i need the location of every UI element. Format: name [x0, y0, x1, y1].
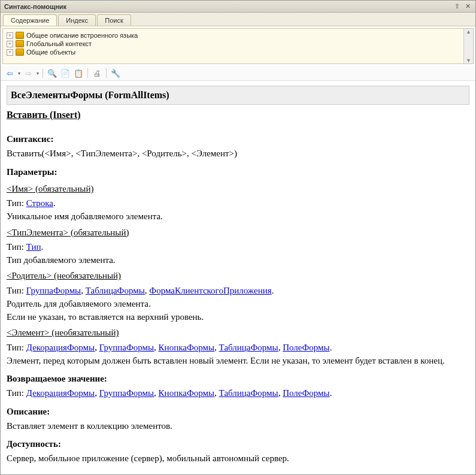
tab-index-label: Индекс: [66, 17, 88, 24]
type-link[interactable]: ДекорацияФормы: [26, 343, 95, 352]
tabs: Содержание Индекс Поиск: [1, 13, 475, 26]
expand-icon[interactable]: +: [7, 49, 13, 56]
chevron-down-icon[interactable]: ▾: [37, 71, 39, 76]
syntax-label: Синтаксис:: [7, 133, 469, 145]
separator: [87, 68, 88, 78]
param-name: <Элемент> (необязательный): [7, 326, 119, 338]
find-icon[interactable]: 🔍: [47, 68, 57, 78]
param-desc: Уникальное имя добавляемого элемента.: [7, 210, 469, 222]
book-icon: [16, 32, 24, 39]
titlebar-controls: ⇧ ✕: [453, 2, 472, 11]
chevron-down-icon[interactable]: ▾: [18, 71, 20, 76]
param-type-line: Тип: ГруппаФормы, ТаблицаФормы, ФормаКли…: [7, 285, 469, 297]
type-link[interactable]: ТаблицаФормы: [86, 286, 145, 295]
param-type-line: Тип: Тип.: [7, 241, 469, 253]
param-name: <Родитель> (необязательный): [7, 270, 121, 282]
paste-icon[interactable]: 📋: [73, 68, 84, 78]
type-link[interactable]: Строка: [26, 198, 53, 208]
separator: [43, 68, 43, 78]
type-link[interactable]: ТаблицаФормы: [219, 343, 278, 352]
param-desc: Тип добавляемого элемента.: [7, 254, 469, 266]
type-link[interactable]: КнопкаФормы: [159, 343, 214, 352]
param-name: <Имя> (обязательный): [7, 183, 93, 195]
param-desc: Если не указан, то вставляется на верхни…: [7, 311, 469, 323]
toolbar: ⇦▾ ⇨▾ 🔍 📄 📋 🖨 🔧: [1, 66, 475, 81]
availability-label: Доступность:: [7, 438, 469, 450]
separator: [106, 68, 107, 78]
version-label: Использование в версии:: [7, 471, 469, 472]
tree-item-label: Общие объекты: [26, 49, 75, 56]
print-icon[interactable]: 🖨: [92, 68, 102, 78]
titlebar: Синтакс-помощник ⇧ ✕: [1, 1, 475, 13]
scroll-up-icon[interactable]: ▲: [466, 29, 471, 35]
tree-item[interactable]: + Глобальный контекст: [7, 40, 469, 48]
type-label: Тип:: [7, 286, 26, 295]
type-link[interactable]: ПолеФормы: [283, 388, 329, 398]
expand-icon[interactable]: +: [7, 32, 13, 39]
param-type-line: Тип: ДекорацияФормы, ГруппаФормы, Кнопка…: [7, 341, 469, 353]
method-title: Вставить (Insert): [7, 108, 81, 122]
book-icon: [16, 40, 24, 47]
tree-item-label: Общее описание встроенного языка: [26, 32, 138, 39]
syntax-line: Вставить(<Имя>, <ТипЭлемента>, <Родитель…: [7, 147, 469, 159]
type-link[interactable]: ТаблицаФормы: [219, 388, 278, 398]
tab-search[interactable]: Поиск: [97, 14, 131, 26]
tab-contents-label: Содержание: [11, 17, 49, 24]
class-header: ВсеЭлементыФормы (FormAllItems): [7, 86, 469, 105]
expand-icon[interactable]: +: [7, 41, 13, 47]
type-link[interactable]: ПолеФормы: [283, 343, 329, 352]
book-icon: [16, 49, 24, 56]
tree-item[interactable]: + Общее описание встроенного языка: [7, 31, 469, 40]
copy-icon[interactable]: 📄: [60, 68, 71, 78]
description-label: Описание:: [7, 406, 469, 417]
return-type-line: Тип: ДекорацияФормы, ГруппаФормы, Кнопка…: [7, 387, 469, 399]
pin-icon[interactable]: ⇧: [453, 2, 461, 11]
type-link[interactable]: ДекорацияФормы: [26, 388, 95, 398]
settings-icon[interactable]: 🔧: [110, 68, 121, 78]
type-link[interactable]: Тип: [26, 242, 41, 252]
description-text: Вставляет элемент в коллекцию элементов.: [7, 420, 469, 432]
param-name: <ТипЭлемента> (обязательный): [7, 226, 129, 238]
tree-scrollbar[interactable]: ▲▼: [463, 29, 473, 63]
type-link[interactable]: ГруппаФормы: [99, 343, 154, 352]
type-link[interactable]: КнопкаФормы: [159, 388, 214, 398]
type-link[interactable]: ФормаКлиентскогоПриложения: [149, 286, 271, 295]
tab-index[interactable]: Индекс: [58, 14, 96, 26]
tree-item[interactable]: + Общие объекты: [7, 48, 469, 56]
availability-text: Сервер, мобильное приложение (сервер), м…: [7, 452, 469, 464]
tab-search-label: Поиск: [105, 17, 123, 24]
window-title: Синтакс-помощник: [4, 3, 66, 10]
back-icon[interactable]: ⇦: [4, 68, 15, 78]
scroll-down-icon[interactable]: ▼: [466, 58, 471, 63]
param-type-line: Тип: Строка.: [7, 197, 469, 209]
tree-item-label: Глобальный контекст: [26, 40, 92, 47]
type-label: Тип:: [7, 388, 26, 398]
param-desc: Элемент, перед которым должен быть встав…: [7, 355, 469, 367]
forward-icon[interactable]: ⇨: [23, 68, 34, 78]
param-desc: Родитель для добавляемого элемента.: [7, 298, 469, 310]
type-label: Тип:: [7, 198, 26, 208]
content-pane: ВсеЭлементыФормы (FormAllItems) Вставить…: [1, 81, 475, 472]
params-label: Параметры:: [7, 166, 469, 178]
type-link[interactable]: ГруппаФормы: [99, 388, 154, 398]
type-label: Тип:: [7, 242, 26, 252]
type-label: Тип:: [7, 343, 26, 352]
tab-contents[interactable]: Содержание: [3, 14, 57, 26]
tree-pane: + Общее описание встроенного языка + Гло…: [2, 28, 474, 64]
return-label: Возвращаемое значение:: [7, 373, 469, 385]
close-icon[interactable]: ✕: [463, 2, 472, 11]
type-link[interactable]: ГруппаФормы: [26, 286, 81, 295]
